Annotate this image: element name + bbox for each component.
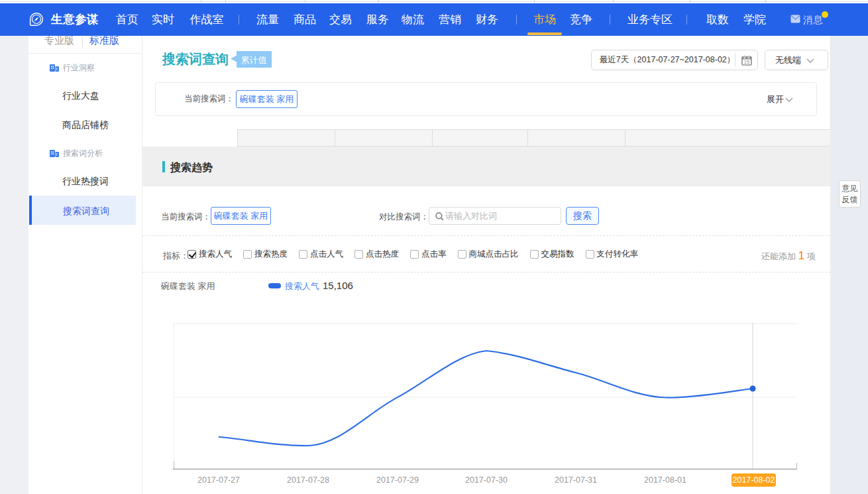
svg-text:2017-07-27: 2017-07-27 (197, 475, 240, 485)
svg-text:2017-07-30: 2017-07-30 (465, 475, 508, 485)
svg-text:2017-08-01: 2017-08-01 (644, 475, 686, 485)
svg-text:累计值: 累计值 (241, 55, 267, 65)
svg-text:2017-07-29: 2017-07-29 (376, 475, 419, 485)
svg-text:15: 15 (744, 59, 749, 65)
svg-text:2017-07-28: 2017-07-28 (287, 475, 329, 485)
svg-text:2017-07-31: 2017-07-31 (555, 475, 597, 485)
svg-text:2017-08-02: 2017-08-02 (733, 475, 775, 485)
